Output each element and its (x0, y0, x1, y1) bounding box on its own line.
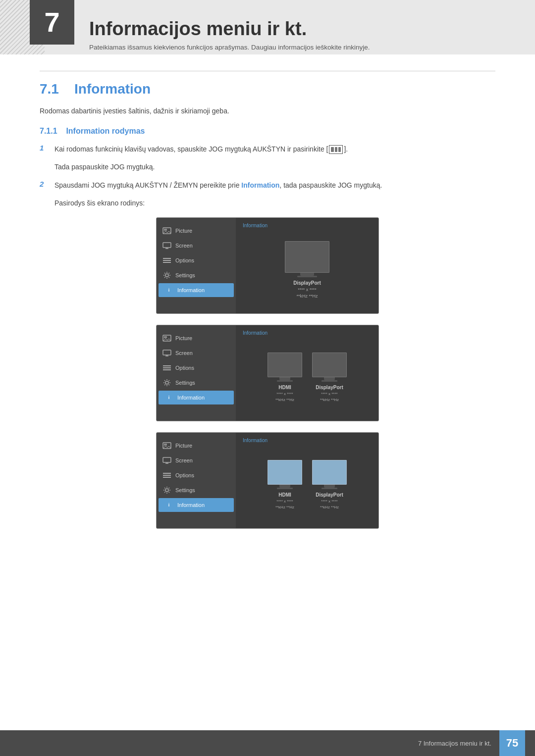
step-2-number: 2 (40, 180, 49, 188)
monitor-container-hdmi (268, 353, 302, 382)
picture-icon-2 (162, 335, 171, 342)
step-2: 2 Spausdami JOG mygtuką AUKŠTYN / ŽEMYN … (40, 180, 495, 191)
monitor-base-single (297, 276, 317, 277)
svg-rect-1 (164, 229, 167, 231)
ss-menu-settings-2: Settings (157, 376, 236, 390)
svg-point-11 (165, 381, 168, 384)
ss-menu-info-3: i Information (159, 498, 234, 512)
ss-label-options-2: Options (175, 365, 194, 371)
screen-icon-1 (162, 242, 171, 249)
main-content: Informacijos meniu ir kt. Pateikiamas iš… (0, 0, 535, 578)
ss-menu-options-3: Options (157, 468, 236, 482)
ss-label-screen-2: Screen (175, 350, 193, 356)
step-2-continuation: Pasirodys šis ekrano rodinys: (54, 198, 495, 208)
ss-info-1: Information DisplayPort **** x **** **kH… (236, 218, 378, 313)
subsection-heading: 7.1.1 Information rodymas (40, 127, 495, 136)
svg-rect-7 (164, 336, 167, 338)
subsection-number: 7.1.1 (40, 127, 57, 135)
step-2-highlight: Information (241, 181, 279, 189)
svg-rect-14 (163, 457, 171, 462)
monitor-screen-hdmi-h (268, 460, 302, 485)
ss-monitor-area-3: HDMI **** x **** **kHz **Hz (243, 447, 372, 523)
ss-monitor-block-dp-h: DisplayPort **** x **** **kHz **Hz (312, 460, 347, 510)
step-1-number: 1 (40, 144, 49, 152)
step-2-text: Spausdami JOG mygtuką AUKŠTYN / ŽEMYN pe… (54, 180, 382, 191)
ss-monitor-block-dp: DisplayPort **** x **** **kHz **Hz (312, 353, 347, 403)
info-icon-3: i (164, 502, 173, 508)
info-icon-1: i (164, 287, 173, 294)
ss-monitor-label-hdmi-h: HDMI **** x **** **kHz **Hz (275, 491, 294, 510)
footer-text: 7 Informacijos meniu ir kt. (418, 740, 491, 747)
ss-sidebar-3: Picture Screen Options (157, 433, 236, 528)
ss-label-settings-3: Settings (175, 487, 195, 493)
screenshots-area: Picture Screen Options (40, 217, 495, 529)
screenshot-panel-1: Picture Screen Options (156, 217, 379, 314)
ss-monitor-block-single: DisplayPort **** x **** **kHz **Hz (285, 241, 329, 300)
chapter-title: Informacijos meniu ir kt. (89, 19, 495, 40)
ss-label-picture-3: Picture (175, 443, 192, 449)
monitor-screen-dp (312, 353, 347, 377)
ss-monitor-label-single: DisplayPort **** x **** **kHz **Hz (293, 279, 321, 300)
ss-label-info-1: Information (177, 287, 205, 293)
svg-rect-13 (164, 444, 167, 446)
ss-menu-info-1: i Information (159, 283, 234, 297)
ss-label-screen-1: Screen (175, 243, 193, 249)
ss-info-title-3: Information (243, 438, 372, 443)
ss-label-picture-1: Picture (175, 228, 192, 234)
screenshot-panel-2: Picture Screen Options (156, 325, 379, 421)
step-1-continuation: Tada paspauskite JOG mygtuką. (54, 161, 495, 172)
ss-menu-settings-3: Settings (157, 483, 236, 497)
chapter-title-area: Informacijos meniu ir kt. (89, 19, 495, 40)
section-heading: 7.1 Information (40, 71, 495, 97)
ss-menu-picture-3: Picture (157, 439, 236, 453)
svg-point-17 (165, 489, 168, 492)
chapter-subtitle: Pateikiamas išsamus kiekvienos funkcijos… (89, 44, 495, 51)
ss-menu-screen-1: Screen (157, 239, 236, 252)
options-icon-1 (162, 257, 171, 264)
monitor-screen-single (285, 241, 329, 273)
monitor-screen-hdmi (268, 353, 302, 377)
monitor-container-hdmi-h (268, 460, 302, 489)
monitor-base-dp (321, 380, 337, 382)
info-icon-2: i (164, 394, 173, 401)
steps-list: 1 Kai rodomas funkcinių klavišų vadovas,… (40, 144, 495, 209)
section-number: 7.1 (40, 81, 59, 97)
picture-icon-3 (162, 442, 171, 449)
picture-icon-1 (162, 227, 171, 234)
ss-menu-info-2: i Information (159, 391, 234, 404)
ss-label-info-2: Information (177, 395, 205, 401)
step-1: 1 Kai rodomas funkcinių klavišų vadovas,… (40, 144, 495, 154)
options-icon-2 (162, 364, 171, 371)
ss-monitor-label-hdmi: HDMI **** x **** **kHz **Hz (275, 384, 294, 403)
svg-point-5 (165, 274, 168, 277)
ss-label-screen-3: Screen (175, 457, 193, 463)
ss-menu-settings-1: Settings (157, 268, 236, 282)
monitor-container-dp (312, 353, 347, 382)
ss-menu-picture-1: Picture (157, 224, 236, 238)
ss-monitor-area-1: DisplayPort **** x **** **kHz **Hz (243, 232, 372, 308)
ss-monitor-label-dp: DisplayPort **** x **** **kHz **Hz (316, 384, 343, 403)
settings-icon-3 (162, 487, 171, 494)
ss-menu-screen-2: Screen (157, 346, 236, 360)
subsection-title: Information rodymas (66, 127, 145, 135)
ss-label-picture-2: Picture (175, 335, 192, 341)
footer-page-number: 75 (499, 730, 525, 756)
settings-icon-1 (162, 272, 171, 279)
ss-menu-options-2: Options (157, 361, 236, 375)
svg-rect-2 (163, 243, 171, 248)
ss-menu-options-1: Options (157, 253, 236, 267)
ss-monitor-label-dp-h: DisplayPort **** x **** **kHz **Hz (316, 491, 343, 510)
screen-icon-3 (162, 457, 171, 464)
monitor-container-dp-h (312, 460, 347, 489)
monitor-screen-dp-h (312, 460, 347, 485)
monitor-base-hdmi-h (277, 488, 293, 489)
ss-label-settings-2: Settings (175, 380, 195, 386)
screen-icon-2 (162, 350, 171, 356)
monitor-base-hdmi (277, 380, 293, 382)
ss-label-options-3: Options (175, 472, 194, 478)
ss-info-3: Information HDMI **** x **** **kHz **Hz (236, 433, 378, 528)
ss-info-title-1: Information (243, 223, 372, 228)
options-icon-3 (162, 472, 171, 479)
ss-sidebar-2: Picture Screen Options (157, 325, 236, 421)
ss-info-2: Information HDMI **** x **** **kHz **Hz (236, 325, 378, 421)
